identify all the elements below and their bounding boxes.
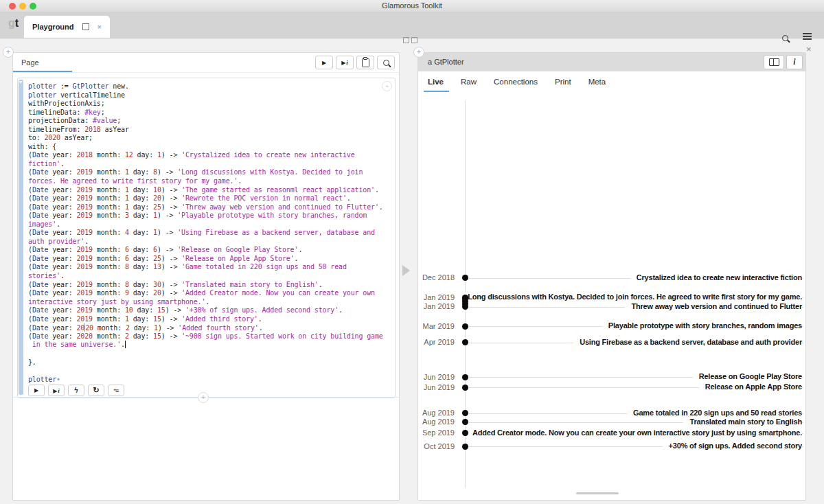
- code-line[interactable]: (Date year: 2019 month: 4 day: 1) -> 'Us…: [28, 229, 391, 238]
- code-line[interactable]: (Date year: 2019 month: 1 day: 20) -> 'R…: [28, 194, 391, 203]
- code-line[interactable]: [28, 350, 391, 358]
- code-line[interactable]: (Date year: 2019 month: 1 day: 10) -> 'T…: [28, 186, 391, 195]
- code-line[interactable]: (Date year: 2019 month: 6 day: 25) -> 'R…: [28, 255, 391, 264]
- code-line[interactable]: interactive story just by using smartpho…: [28, 298, 391, 307]
- code-line[interactable]: (Date year: 2019 month: 9 day: 20) -> 'A…: [28, 289, 391, 298]
- event-label[interactable]: Added Creator mode. Now you can create y…: [466, 428, 802, 437]
- refresh-button[interactable]: ↻: [88, 385, 104, 396]
- code-line[interactable]: timelineFrom: 2018 asYear: [28, 126, 391, 135]
- event-label[interactable]: Long discussions with Kostya. Decided to…: [461, 293, 802, 301]
- page-tab[interactable]: Page: [21, 58, 39, 67]
- info-button[interactable]: i: [786, 55, 803, 69]
- code-line[interactable]: forces. He agreed to write first story f…: [28, 177, 391, 186]
- window-title: Glamorous Toolkit: [0, 0, 824, 12]
- event-label[interactable]: Game totaled in 220 sign ups and 50 read…: [627, 409, 802, 417]
- layout-square-icon[interactable]: [403, 37, 409, 43]
- code-line[interactable]: plotter verticalTimeline: [28, 91, 391, 100]
- event-dot[interactable]: [462, 444, 468, 450]
- tab-meta[interactable]: Meta: [588, 78, 606, 86]
- code-line[interactable]: timelineData: #key;: [28, 108, 391, 117]
- code-line[interactable]: auth provider'.: [28, 238, 391, 247]
- tab-playground[interactable]: Playground ×: [24, 16, 110, 38]
- code-line[interactable]: projectionData: #value;: [28, 117, 391, 126]
- code-line[interactable]: (Date year: 2019 month: 6 day: 6) -> 'Re…: [28, 246, 391, 255]
- event-dot[interactable]: [462, 374, 468, 380]
- tab-raw[interactable]: Raw: [461, 78, 477, 86]
- code-segment: ) ->: [161, 186, 181, 194]
- tab-print[interactable]: Print: [555, 78, 571, 86]
- close-pane-icon[interactable]: ×: [806, 44, 812, 54]
- tab-connections[interactable]: Connections: [494, 78, 538, 86]
- add-pane-button-right[interactable]: +: [413, 47, 424, 58]
- horizontal-scrollbar[interactable]: [576, 492, 619, 494]
- code-line[interactable]: plotter := GtPlotter new.: [28, 82, 391, 91]
- event-label[interactable]: Crystalized idea to create new interacti…: [630, 273, 802, 282]
- code-line[interactable]: (Date year: 2020 month: 2 day: 15) -> '~…: [28, 332, 391, 341]
- code-line[interactable]: (Date year: 2020 month: 2 day: 1) -> 'Ad…: [28, 323, 391, 332]
- event-dot[interactable]: [462, 303, 468, 310]
- code-line[interactable]: plotter•: [28, 376, 391, 384]
- event-dot[interactable]: [462, 385, 468, 391]
- code-line[interactable]: (Date year: 2019 month: 8 day: 30) -> 'T…: [28, 281, 391, 290]
- code-segment: auth provider': [28, 238, 84, 245]
- detach-tab-icon[interactable]: [82, 23, 89, 30]
- code-line[interactable]: [28, 367, 391, 376]
- code-segment: Date: [32, 194, 48, 202]
- event-dot[interactable]: [462, 339, 468, 345]
- event-label[interactable]: Release on Google Play Store: [693, 372, 802, 380]
- code-line[interactable]: to: 2020 asYear;: [28, 134, 391, 143]
- event-dot[interactable]: [462, 419, 468, 425]
- event-dot[interactable]: [462, 275, 468, 281]
- code-line[interactable]: (Date year: 2019 month: 3 day: 1) -> 'Pl…: [28, 211, 391, 220]
- search-button[interactable]: [377, 56, 395, 69]
- event-dot[interactable]: [462, 410, 468, 416]
- code-line[interactable]: (Date year: 2019 month: 8 day: 13) -> 'G…: [28, 263, 391, 272]
- event-dot[interactable]: [462, 323, 468, 330]
- code-line[interactable]: (Date year: 2018 month: 12 day: 1) -> 'C…: [28, 151, 391, 160]
- code-snippet[interactable]: × plotter := GtPlotter new.plotter verti…: [17, 78, 396, 398]
- code-line[interactable]: fiction'.: [28, 160, 391, 169]
- code-line[interactable]: (Date year: 2019 month: 1 day: 8) -> 'Lo…: [28, 168, 391, 177]
- tab-live[interactable]: Live: [428, 78, 444, 86]
- play-inspect-button[interactable]: ▶i: [336, 56, 354, 69]
- close-tab-icon[interactable]: ×: [98, 23, 102, 31]
- code-line[interactable]: stories'.: [28, 272, 391, 281]
- code-segment: month:: [93, 246, 125, 253]
- clipboard-button[interactable]: [356, 56, 374, 69]
- play-inspect-button[interactable]: ▶i: [48, 385, 65, 396]
- gt-logo[interactable]: gt: [8, 17, 19, 30]
- code-line[interactable]: with: {: [28, 143, 391, 152]
- debug-button[interactable]: ϟ: [68, 385, 84, 396]
- code-editor[interactable]: plotter := GtPlotter new.plotter vertica…: [28, 82, 391, 384]
- code-segment: day:: [129, 263, 153, 271]
- event-label[interactable]: Using Firebase as a backend server, data…: [573, 338, 802, 346]
- event-label[interactable]: Translated main story to English: [683, 417, 802, 426]
- layout-square-icon[interactable]: [411, 37, 417, 43]
- code-line[interactable]: (Date year: 2019 month: 1 day: 15) -> 'A…: [28, 315, 391, 324]
- code-segment: day:: [129, 168, 153, 176]
- event-label[interactable]: Release on Apple App Store: [699, 382, 802, 391]
- event-label[interactable]: Threw away web version and continued to …: [625, 302, 802, 310]
- code-segment: }.: [28, 358, 36, 366]
- code-line[interactable]: in the same universe.'.: [28, 341, 391, 350]
- bindings-button[interactable]: *≡: [108, 385, 124, 396]
- global-search-icon[interactable]: [782, 32, 788, 44]
- inspector-header-buttons: i: [764, 55, 803, 69]
- code-line[interactable]: images'.: [28, 220, 391, 229]
- snippet-gutter[interactable]: [19, 80, 23, 395]
- browse-button[interactable]: [764, 55, 784, 69]
- play-button[interactable]: ▶: [28, 385, 45, 396]
- event-label[interactable]: Playable prototype with story branches, …: [602, 321, 802, 330]
- add-pane-button-left[interactable]: +: [3, 47, 14, 58]
- add-snippet-button[interactable]: +: [198, 392, 209, 403]
- code-line[interactable]: (Date year: 2019 month: 10 day: 15) -> '…: [28, 306, 391, 315]
- event-label[interactable]: +30% of sign ups. Added second story: [663, 442, 802, 450]
- left-pane-toolbar: ▶▶i: [315, 56, 395, 69]
- event-month-label: Sep 2019: [422, 428, 455, 437]
- code-line[interactable]: withProjectionAxis;: [28, 100, 391, 108]
- code-line[interactable]: (Date year: 2019 month: 1 day: 25) -> 'T…: [28, 203, 391, 212]
- snippet-toolbar: ▶▶iϟ↻*≡: [28, 385, 124, 396]
- play-button[interactable]: ▶: [315, 56, 333, 69]
- code-line[interactable]: }.: [28, 358, 391, 367]
- menu-icon[interactable]: [803, 33, 812, 34]
